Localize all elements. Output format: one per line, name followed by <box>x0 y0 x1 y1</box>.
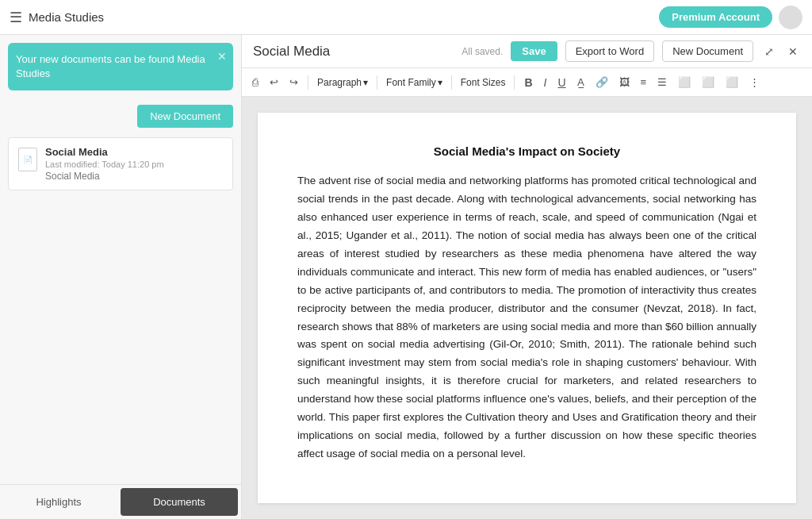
redo-button[interactable]: ↪ <box>285 74 302 90</box>
editor-area: Social Media All saved. Save Export to W… <box>242 35 812 519</box>
top-bar: ☰ Media Studies Premium Account <box>0 0 812 35</box>
premium-account-button[interactable]: Premium Account <box>659 6 772 28</box>
doc-item-subtitle: Social Media <box>45 171 223 182</box>
font-family-chevron: ▾ <box>438 77 442 88</box>
doc-item-title: Social Media <box>45 146 223 158</box>
new-document-sidebar-button[interactable]: New Document <box>137 105 233 128</box>
list-item[interactable]: 📄 Social Media Last modified: Today 11:2… <box>8 137 233 190</box>
paragraph-label: Paragraph <box>317 77 362 88</box>
avatar[interactable] <box>779 6 802 29</box>
doc-paragraph[interactable]: The advent rise of social media and netw… <box>297 172 756 463</box>
doc-content-wrapper: Social Media's Impact on Society The adv… <box>242 97 812 519</box>
export-to-word-button[interactable]: Export to Word <box>565 40 654 62</box>
print-button[interactable]: ⎙ <box>248 74 262 90</box>
notification-close-icon[interactable]: ✕ <box>217 49 227 65</box>
print-icon: ⎙ <box>252 76 259 88</box>
toolbar-separator-3 <box>451 75 452 90</box>
toolbar-separator-4 <box>514 75 515 90</box>
align-center-button[interactable]: ⬜ <box>698 74 718 90</box>
doc-item-meta: Last modified: Today 11:20 pm <box>45 160 223 169</box>
app-title: Media Studies <box>29 10 104 24</box>
resize-icon[interactable]: ⤢ <box>761 44 777 60</box>
main-layout: Your new documents can be found Media St… <box>0 35 812 519</box>
italic-button[interactable]: I <box>540 74 551 91</box>
font-sizes-dropdown[interactable]: Font Sizes <box>458 75 509 90</box>
tab-documents[interactable]: Documents <box>121 488 238 516</box>
font-family-label: Font Family <box>386 77 436 88</box>
underline-button[interactable]: U <box>553 74 569 91</box>
all-saved-status: All saved. <box>462 46 503 57</box>
align-right-button[interactable]: ⬜ <box>722 74 742 90</box>
link-button[interactable]: 🔗 <box>592 74 612 90</box>
paragraph-chevron: ▾ <box>363 77 368 88</box>
toolbar-separator-1 <box>308 75 308 90</box>
toolbar-separator-2 <box>377 75 377 90</box>
new-doc-btn-wrapper: New Document <box>0 98 241 137</box>
new-document-editor-button[interactable]: New Document <box>662 40 753 62</box>
undo-icon: ↩ <box>270 76 278 88</box>
font-family-dropdown[interactable]: Font Family ▾ <box>383 75 446 90</box>
align-left-button[interactable]: ⬜ <box>674 74 695 90</box>
menu-icon[interactable]: ☰ <box>10 9 22 26</box>
editor-topbar: Social Media All saved. Save Export to W… <box>242 35 812 68</box>
notification-banner: Your new documents can be found Media St… <box>8 43 233 90</box>
doc-heading: Social Media's Impact on Society <box>297 144 756 158</box>
doc-item-info: Social Media Last modified: Today 11:20 … <box>45 146 223 182</box>
bullet-list-button[interactable]: ≡ <box>637 74 651 90</box>
close-editor-icon[interactable]: ✕ <box>785 44 801 60</box>
save-button[interactable]: Save <box>511 41 557 61</box>
paragraph-dropdown[interactable]: Paragraph ▾ <box>314 75 371 90</box>
document-list: 📄 Social Media Last modified: Today 11:2… <box>0 137 241 484</box>
tab-highlights[interactable]: Highlights <box>0 485 117 519</box>
text-color-button[interactable]: A̲ <box>573 74 588 90</box>
sidebar-footer: Highlights Documents <box>0 484 241 519</box>
bold-button[interactable]: B <box>520 74 536 91</box>
redo-icon: ↪ <box>289 76 298 88</box>
notification-text: Your new documents can be found Media St… <box>16 53 205 79</box>
doc-file-icon: 📄 <box>18 148 37 171</box>
sidebar: Your new documents can be found Media St… <box>0 35 242 519</box>
font-sizes-label: Font Sizes <box>461 77 506 88</box>
document-name: Social Media <box>253 44 330 60</box>
doc-page: Social Media's Impact on Society The adv… <box>258 113 796 503</box>
more-options-button[interactable]: ⋮ <box>745 74 764 90</box>
toolbar: ⎙ ↩ ↪ Paragraph ▾ Font Family ▾ Font Siz… <box>242 68 812 97</box>
ordered-list-button[interactable]: ☰ <box>653 74 671 90</box>
undo-button[interactable]: ↩ <box>266 74 282 90</box>
image-button[interactable]: 🖼 <box>615 74 634 90</box>
